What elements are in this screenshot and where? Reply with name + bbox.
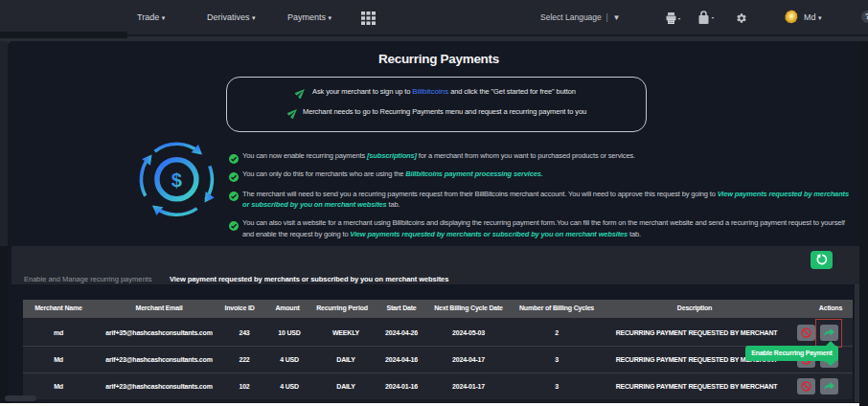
svg-text:$: $ xyxy=(171,169,182,191)
